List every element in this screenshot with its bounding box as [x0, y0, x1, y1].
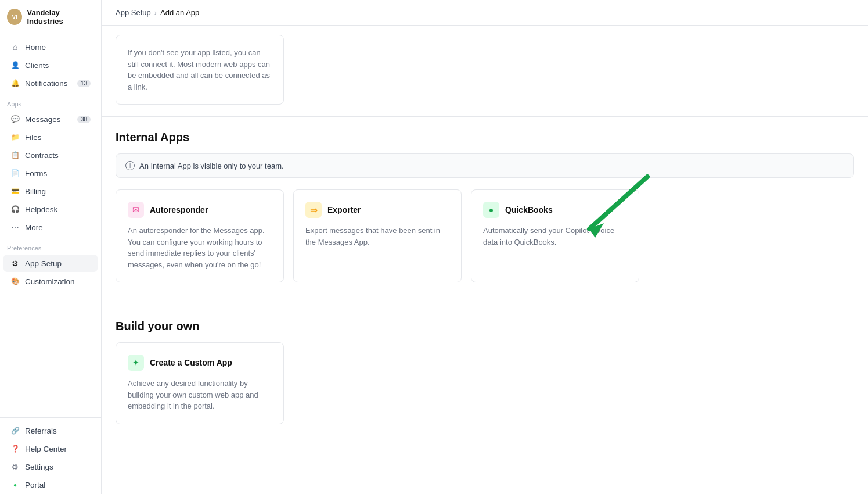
billing-icon [10, 187, 20, 196]
app-card-header: ✦ Create a Custom App [128, 355, 272, 371]
customization-icon [10, 277, 20, 286]
internal-apps-info-text: An Internal App is visible only to your … [139, 162, 284, 170]
connect-any-app-card[interactable]: If you don't see your app listed, you ca… [116, 35, 284, 105]
quickbooks-icon: ● [483, 202, 499, 218]
app-card-name: QuickBooks [505, 205, 553, 214]
clients-icon [10, 60, 20, 70]
brand-name: Vandelay Industries [27, 8, 94, 26]
breadcrumb-current: Add an App [160, 8, 199, 17]
sidebar-item-home[interactable]: Home [3, 38, 98, 56]
info-icon: i [125, 161, 135, 170]
connect-any-app-desc: If you don't see your app listed, you ca… [128, 47, 272, 92]
preferences-section-label: Preferences [0, 237, 101, 254]
sidebar-item-label: Billing [25, 187, 46, 196]
sidebar-item-contracts[interactable]: Contracts [3, 146, 98, 164]
files-icon [10, 133, 20, 142]
autoresponder-icon: ✉ [128, 202, 144, 218]
sidebar-item-label: Help Center [25, 445, 67, 453]
sidebar-item-helpdesk[interactable]: Helpdesk [3, 201, 98, 218]
sidebar: VI Vandelay Industries Home Clients Noti… [0, 0, 102, 494]
portal-icon [10, 480, 20, 489]
sidebar-item-label: Forms [25, 169, 47, 178]
app-card-name: Exporter [327, 205, 361, 214]
breadcrumb: App Setup › Add an App [102, 0, 868, 26]
sidebar-item-clients[interactable]: Clients [3, 56, 98, 74]
sidebar-item-label: Settings [25, 463, 53, 471]
sidebar-item-label: Notifications [25, 79, 68, 88]
sidebar-item-settings[interactable]: Settings [3, 458, 98, 475]
build-own-section: Build your own ✦ Create a Custom App Ach… [102, 306, 868, 448]
notifications-badge: 13 [77, 80, 91, 87]
app-card-desc: Achieve any desired functionality by bui… [128, 378, 272, 412]
brand-avatar: VI [7, 9, 22, 25]
sidebar-item-helpcenter[interactable]: Help Center [3, 440, 98, 457]
customapp-icon: ✦ [128, 355, 144, 371]
apps-section-label: Apps [0, 92, 101, 110]
sidebar-item-label: Files [25, 133, 42, 142]
app-card-custom[interactable]: ✦ Create a Custom App Achieve any desire… [116, 342, 284, 424]
sidebar-item-messages[interactable]: Messages 38 [3, 110, 98, 128]
app-card-autoresponder[interactable]: ✉ Autoresponder An autoresponder for the… [116, 189, 284, 282]
app-card-header: ✉ Autoresponder [128, 202, 272, 218]
contracts-icon [10, 151, 20, 160]
sidebar-item-label: Portal [25, 481, 45, 489]
main-content: App Setup › Add an App If you don't see … [102, 0, 868, 494]
sidebar-bottom: Referrals Help Center Settings Portal [0, 417, 101, 494]
sidebar-item-label: Helpdesk [25, 205, 57, 214]
prefs-nav: App Setup Customization [0, 254, 101, 291]
forms-icon [10, 169, 20, 178]
sidebar-item-label: Clients [25, 61, 49, 70]
top-partial-section: If you don't see your app listed, you ca… [102, 26, 868, 117]
internal-apps-section: Internal Apps i An Internal App is visib… [102, 117, 868, 306]
sidebar-item-label: Messages [25, 115, 61, 124]
app-card-exporter[interactable]: ⇒ Exporter Export messages that have bee… [293, 189, 462, 282]
sidebar-item-billing[interactable]: Billing [3, 182, 98, 200]
internal-apps-grid: ✉ Autoresponder An autoresponder for the… [116, 189, 854, 296]
brand-header[interactable]: VI Vandelay Industries [0, 0, 101, 34]
appsetup-icon [10, 259, 20, 268]
page-content: If you don't see your app listed, you ca… [102, 26, 868, 494]
internal-apps-info-banner: i An Internal App is visible only to you… [116, 153, 854, 178]
app-card-desc: An autoresponder for the Messages app. Y… [128, 225, 272, 270]
messages-badge: 38 [77, 116, 91, 123]
sidebar-item-files[interactable]: Files [3, 128, 98, 146]
breadcrumb-separator: › [154, 8, 157, 17]
app-card-header: ● QuickBooks [483, 202, 627, 218]
home-icon [10, 42, 20, 52]
app-card-name: Create a Custom App [150, 358, 232, 367]
bell-icon [10, 78, 20, 88]
sidebar-item-label: Contracts [25, 151, 59, 160]
settings-icon [10, 462, 20, 471]
build-own-title: Build your own [116, 320, 854, 333]
messages-icon [10, 114, 20, 124]
sidebar-item-label: More [25, 223, 43, 232]
sidebar-item-portal[interactable]: Portal [3, 476, 98, 493]
app-card-name: Autoresponder [150, 205, 208, 214]
sidebar-item-label: Home [25, 43, 46, 52]
app-card-header: ⇒ Exporter [305, 202, 449, 218]
sidebar-item-referrals[interactable]: Referrals [3, 422, 98, 439]
helpdesk-icon [10, 205, 20, 214]
more-icon [10, 223, 20, 232]
sidebar-item-appsetup[interactable]: App Setup [3, 255, 98, 272]
app-card-desc: Export messages that have been sent in t… [305, 225, 449, 248]
exporter-icon: ⇒ [305, 202, 322, 218]
sidebar-item-label: Customization [25, 277, 75, 286]
build-own-grid: ✦ Create a Custom App Achieve any desire… [116, 342, 854, 438]
referrals-icon [10, 426, 20, 435]
sidebar-item-label: App Setup [25, 259, 62, 268]
sidebar-item-forms[interactable]: Forms [3, 164, 98, 182]
breadcrumb-parent[interactable]: App Setup [116, 8, 151, 17]
apps-nav: Messages 38 Files Contracts Forms Billin… [0, 110, 101, 237]
sidebar-item-more[interactable]: More [3, 219, 98, 236]
app-card-quickbooks[interactable]: ● QuickBooks Automatically send your Cop… [471, 189, 639, 282]
helpcenter-icon [10, 444, 20, 453]
sidebar-item-customization[interactable]: Customization [3, 273, 98, 290]
app-card-desc: Automatically send your Copilot invoice … [483, 225, 627, 248]
sidebar-item-notifications[interactable]: Notifications 13 [3, 74, 98, 92]
internal-apps-title: Internal Apps [116, 131, 854, 144]
sidebar-item-label: Referrals [25, 427, 57, 435]
